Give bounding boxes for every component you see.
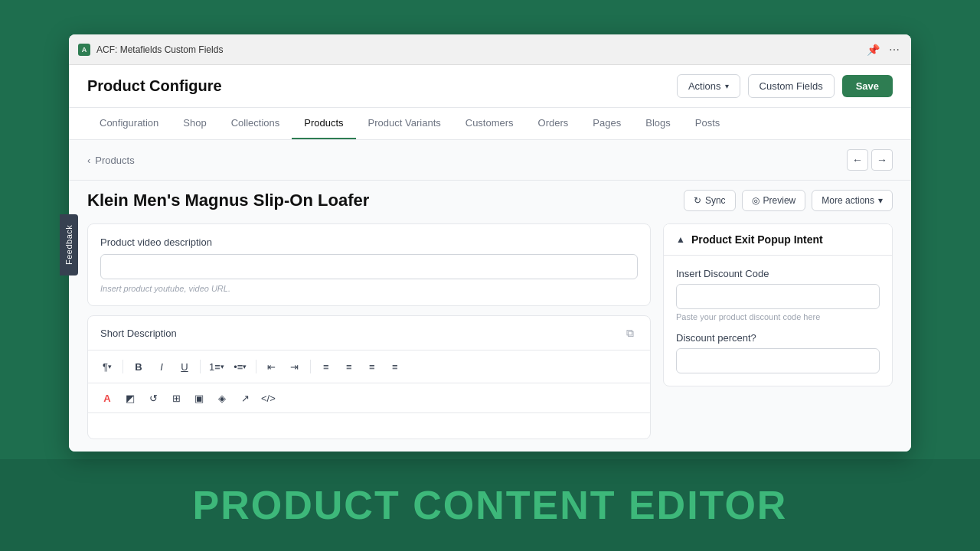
app-header-actions: Actions ▾ Custom Fields Save	[677, 74, 893, 98]
video-field-card: Product video description Insert product…	[87, 223, 651, 306]
editor-toolbar-row1: ¶ ▾ B I U 1≡ ▾	[88, 350, 650, 383]
embed-button[interactable]: ◈	[212, 388, 232, 408]
browser-chrome-actions: 📌 ⋯	[865, 42, 902, 57]
highlight-button[interactable]: ◩	[120, 388, 140, 408]
discount-percent-input[interactable]	[676, 348, 880, 373]
tab-blogs[interactable]: Blogs	[633, 108, 683, 139]
custom-fields-button[interactable]: Custom Fields	[748, 74, 835, 98]
app-header: Product Configure Actions ▾ Custom Field…	[69, 65, 911, 108]
product-actions: ↻ Sync ◎ Preview More actions ▾	[684, 190, 893, 211]
chevron-down-icon: ▾	[878, 195, 883, 206]
table-button[interactable]: ⊞	[166, 388, 186, 408]
left-panel: Product video description Insert product…	[87, 223, 663, 439]
app-header-title: Product Configure	[87, 77, 222, 95]
align-center-button[interactable]: ≡	[339, 357, 359, 377]
align-justify-button[interactable]: ≡	[385, 357, 405, 377]
discount-percent-field: Discount percent?	[676, 332, 880, 373]
right-card-header: ▲ Product Exit Popup Intent	[664, 224, 892, 256]
browser-window: A ACF: Metafields Custom Fields 📌 ⋯ Prod…	[69, 34, 911, 452]
toolbar-separator-4	[310, 360, 311, 373]
breadcrumb-label: Products	[95, 155, 134, 166]
undo-button[interactable]: ↺	[143, 388, 163, 408]
paragraph-button[interactable]: ¶ ▾	[97, 357, 117, 377]
italic-button[interactable]: I	[152, 357, 172, 377]
editor-toolbar-row2: A ◩ ↺ ⊞ ▣ ◈ ↗ </>	[88, 383, 650, 413]
ul-icon: •≡	[234, 361, 243, 373]
text-color-button[interactable]: A	[97, 388, 117, 408]
discount-code-hint: Paste your product discount code here	[676, 312, 880, 321]
toolbar-separator-2	[200, 360, 201, 373]
toolbar-separator-3	[256, 360, 256, 373]
tab-collections[interactable]: Collections	[219, 108, 292, 139]
next-arrow-button[interactable]: →	[871, 149, 893, 171]
more-actions-button[interactable]: More actions ▾	[812, 190, 893, 211]
video-field-label: Product video description	[100, 236, 638, 248]
short-desc-header: Short Description ⧉	[88, 316, 650, 350]
short-desc-label: Short Description	[100, 328, 177, 339]
sync-button[interactable]: ↻ Sync	[684, 190, 736, 211]
tab-shop[interactable]: Shop	[171, 108, 218, 139]
code-button[interactable]: </>	[258, 388, 279, 408]
nav-tabs: Configuration Shop Collections Products …	[69, 108, 911, 140]
sync-icon: ↻	[694, 195, 701, 206]
tab-products[interactable]: Products	[292, 108, 355, 139]
copy-icon[interactable]: ⧉	[622, 325, 638, 341]
short-desc-card: Short Description ⧉ ¶ ▾ B I	[87, 315, 651, 439]
bold-button[interactable]: B	[129, 357, 149, 377]
indent-button[interactable]: ⇥	[285, 357, 305, 377]
ol-chevron-icon: ▾	[220, 363, 224, 370]
preview-icon: ◎	[752, 195, 760, 206]
bottom-banner: PRODUCT CONTENT EDITOR	[0, 459, 980, 551]
discount-percent-label: Discount percent?	[676, 332, 880, 344]
product-header: ‹ Products ← →	[69, 140, 911, 181]
editor-area[interactable]	[88, 413, 650, 439]
prev-arrow-button[interactable]: ←	[847, 149, 868, 171]
product-title: Klein Men's Magnus Slip-On Loafer	[87, 191, 369, 210]
discount-code-field: Insert Discount Code Paste your product …	[676, 268, 880, 321]
paragraph-icon: ¶	[103, 361, 108, 373]
browser-more-icon[interactable]: ⋯	[887, 42, 902, 57]
ul-chevron-icon: ▾	[243, 363, 247, 370]
tab-product-variants[interactable]: Product Variants	[356, 108, 453, 139]
outdent-button[interactable]: ⇤	[262, 357, 282, 377]
feedback-tab[interactable]: Feedback	[60, 214, 78, 276]
tab-orders[interactable]: Orders	[526, 108, 581, 139]
ordered-list-button[interactable]: 1≡ ▾	[206, 357, 227, 377]
special-char-button[interactable]: ↗	[235, 388, 255, 408]
breadcrumb[interactable]: ‹ Products	[87, 155, 135, 166]
nav-arrows: ← →	[847, 149, 893, 171]
toolbar-separator-1	[122, 360, 123, 373]
pin-icon[interactable]: 📌	[865, 42, 880, 57]
product-title-row: Klein Men's Magnus Slip-On Loafer ↻ Sync…	[69, 181, 911, 223]
collapse-icon[interactable]: ▲	[676, 234, 685, 245]
actions-button[interactable]: Actions ▾	[677, 74, 740, 98]
right-card-title: Product Exit Popup Intent	[691, 233, 823, 246]
video-field-input[interactable]	[100, 254, 638, 279]
discount-code-label: Insert Discount Code	[676, 268, 880, 279]
bottom-banner-text: PRODUCT CONTENT EDITOR	[193, 482, 788, 528]
tab-pages[interactable]: Pages	[580, 108, 633, 139]
app-content: Product Configure Actions ▾ Custom Field…	[69, 65, 911, 452]
ol-icon: 1≡	[209, 361, 220, 373]
image-button[interactable]: ▣	[189, 388, 209, 408]
chevron-down-icon: ▾	[725, 82, 729, 90]
tab-configuration[interactable]: Configuration	[87, 108, 171, 139]
browser-favicon: A	[78, 44, 90, 56]
align-right-button[interactable]: ≡	[362, 357, 382, 377]
browser-tab-title: ACF: Metafields Custom Fields	[96, 44, 859, 55]
browser-chrome: A ACF: Metafields Custom Fields 📌 ⋯	[69, 34, 911, 65]
preview-button[interactable]: ◎ Preview	[742, 190, 806, 211]
paragraph-chevron-icon: ▾	[108, 363, 112, 370]
popup-intent-card: ▲ Product Exit Popup Intent Insert Disco…	[663, 223, 893, 386]
tab-posts[interactable]: Posts	[683, 108, 733, 139]
discount-code-input[interactable]	[676, 284, 880, 309]
content-body: Product video description Insert product…	[69, 223, 911, 452]
save-button[interactable]: Save	[842, 75, 893, 97]
right-panel: ▲ Product Exit Popup Intent Insert Disco…	[663, 223, 893, 439]
underline-button[interactable]: U	[175, 357, 194, 377]
align-left-button[interactable]: ≡	[316, 357, 336, 377]
tab-customers[interactable]: Customers	[453, 108, 526, 139]
right-card-body: Insert Discount Code Paste your product …	[664, 256, 892, 386]
unordered-list-button[interactable]: •≡ ▾	[230, 357, 250, 377]
main-area: ‹ Products ← → Klein Men's Magnus Slip-O…	[69, 140, 911, 452]
